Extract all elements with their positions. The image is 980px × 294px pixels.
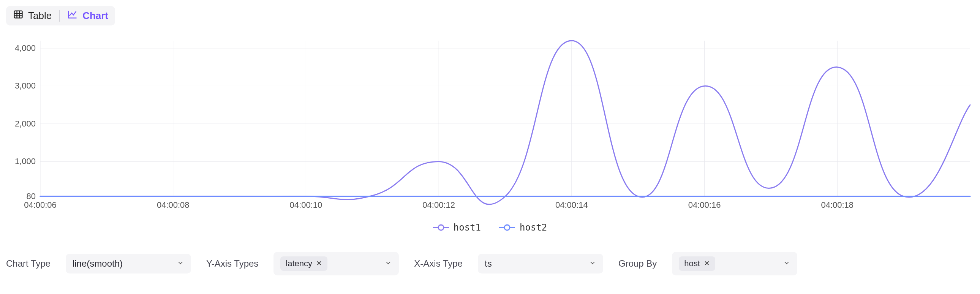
y-axis-types-select[interactable]: latency [274,252,399,275]
svg-text:80: 80 [27,191,36,201]
legend-label: host2 [520,222,547,233]
x-axis-type-value: ts [485,258,492,269]
svg-text:04:00:12: 04:00:12 [422,200,455,210]
chevron-down-icon [384,258,392,269]
close-icon[interactable] [704,259,710,269]
group-by-select[interactable]: host [672,252,797,275]
table-icon [13,9,24,22]
view-chart-label: Chart [83,10,108,22]
svg-text:04:00:16: 04:00:16 [688,200,721,210]
svg-rect-0 [14,11,22,18]
close-icon[interactable] [316,259,322,269]
chart-area: 801,0002,0003,0004,00004:00:0604:00:0804… [6,37,974,215]
group-by-pill[interactable]: host [679,256,715,271]
group-by-label: Group By [618,258,657,269]
chevron-down-icon [177,258,184,269]
view-table-tab[interactable]: Table [13,9,52,22]
chart-type-label: Chart Type [6,258,51,269]
x-axis-type-select[interactable]: ts [478,254,603,273]
chart-type-select[interactable]: line(smooth) [66,254,191,273]
svg-text:04:00:10: 04:00:10 [290,200,323,210]
x-axis-type-label: X-Axis Type [414,258,463,269]
view-chart-tab[interactable]: Chart [67,9,108,22]
y-axis-type-pill[interactable]: latency [280,256,328,271]
legend: host1 host2 [6,222,974,233]
y-axis-types-label: Y-Axis Types [206,258,258,269]
view-switch-divider [59,10,60,22]
chart-type-value: line(smooth) [73,258,123,269]
view-table-label: Table [28,10,52,22]
chevron-down-icon [589,258,597,269]
group-by-pill-label: host [684,259,700,269]
legend-marker-icon [499,224,515,231]
chevron-down-icon [783,258,791,269]
svg-point-30 [438,225,444,230]
svg-text:1,000: 1,000 [15,156,36,166]
svg-text:2,000: 2,000 [15,119,36,129]
legend-label: host1 [453,222,481,233]
view-switch: Table Chart [6,6,115,25]
chart-controls: Chart Type line(smooth) Y-Axis Types lat… [6,252,974,275]
line-chart-icon [67,9,78,22]
svg-text:04:00:18: 04:00:18 [821,200,854,210]
svg-text:04:00:08: 04:00:08 [157,200,189,210]
legend-marker-icon [433,224,449,231]
svg-text:04:00:06: 04:00:06 [24,200,57,210]
y-axis-type-pill-label: latency [286,259,312,269]
svg-text:4,000: 4,000 [15,43,36,53]
svg-text:04:00:14: 04:00:14 [555,200,588,210]
chart-svg[interactable]: 801,0002,0003,0004,00004:00:0604:00:0804… [6,37,974,215]
svg-point-32 [504,225,510,230]
legend-item-host2[interactable]: host2 [499,222,547,233]
legend-item-host1[interactable]: host1 [433,222,481,233]
svg-text:3,000: 3,000 [15,81,36,91]
